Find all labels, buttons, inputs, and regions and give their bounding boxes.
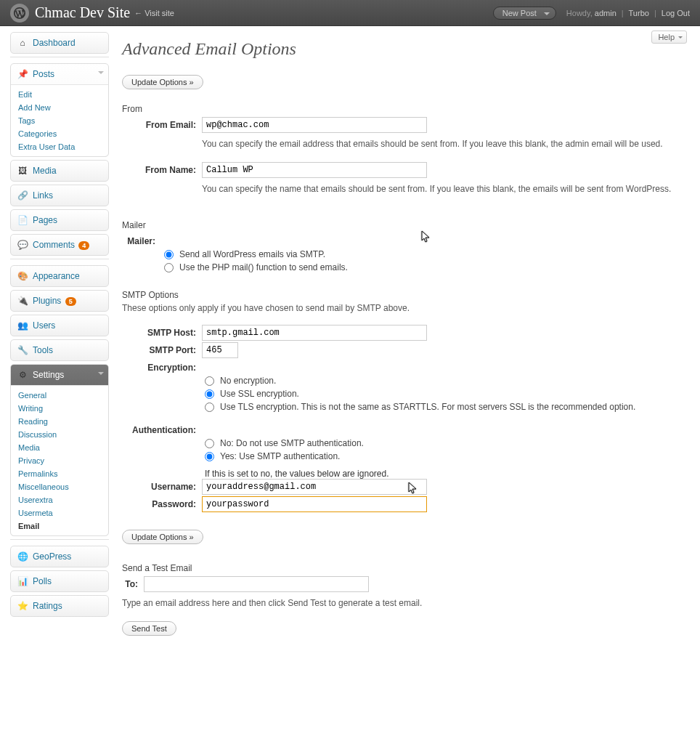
plugin-icon: 🔌: [17, 295, 28, 307]
menu-label: Posts: [33, 69, 54, 79]
test-to-input[interactable]: [144, 576, 369, 592]
authentication-label: Authentication:: [122, 422, 202, 435]
from-email-input[interactable]: [202, 117, 427, 133]
comment-icon: 💬: [17, 239, 28, 251]
test-help: Type an email address here and then clic…: [122, 597, 687, 610]
star-icon: ⭐: [17, 600, 28, 612]
new-post-button[interactable]: New Post: [493, 7, 556, 20]
encryption-ssl-option[interactable]: Use SSL encryption.: [205, 389, 687, 399]
auth-yes-option[interactable]: Yes: Use SMTP authentication.: [205, 451, 687, 461]
menu-polls[interactable]: 📊Polls: [10, 570, 109, 592]
visit-site-link[interactable]: ← Visit site: [134, 9, 174, 17]
menu-label: Appearance: [33, 271, 80, 281]
smtp-section-help: These options only apply if you have cho…: [122, 303, 687, 313]
mailer-smtp-radio[interactable]: [164, 250, 174, 259]
menu-comments[interactable]: 💬Comments 4: [10, 234, 109, 256]
auth-yes-radio[interactable]: [205, 452, 214, 461]
smtp-port-label: SMTP Port:: [122, 342, 202, 358]
plugins-count-badge: 5: [65, 297, 76, 306]
tools-icon: 🔧: [17, 344, 28, 356]
help-tab[interactable]: Help: [651, 31, 687, 44]
submenu-categories[interactable]: Categories: [11, 127, 108, 140]
mailer-php-option[interactable]: Use the PHP mail() function to send emai…: [164, 262, 687, 272]
submenu-media[interactable]: Media: [11, 441, 108, 454]
smtp-host-label: SMTP Host:: [122, 325, 202, 341]
menu-label: Ratings: [33, 601, 62, 611]
submenu-permalinks[interactable]: Permalinks: [11, 467, 108, 480]
menu-settings[interactable]: ⚙Settings General Writing Reading Discus…: [10, 364, 109, 536]
site-title[interactable]: Chmac Dev Site: [35, 4, 130, 21]
encryption-ssl-radio[interactable]: [205, 389, 214, 399]
globe-icon: 🌐: [17, 551, 28, 562]
page-title: Advanced Email Options: [122, 39, 687, 59]
update-options-button-top[interactable]: Update Options »: [122, 75, 203, 89]
menu-label: Users: [33, 320, 55, 331]
menu-label: GeoPress: [33, 551, 71, 562]
comments-count-badge: 4: [78, 241, 89, 250]
mailer-label: Mailer:: [122, 233, 161, 246]
menu-label: Settings: [33, 370, 64, 380]
admin-header: Chmac Dev Site ← Visit site New Post How…: [0, 0, 700, 26]
menu-appearance[interactable]: 🎨Appearance: [10, 265, 109, 287]
submenu-email[interactable]: Email: [11, 519, 108, 533]
username-input[interactable]: [202, 479, 427, 495]
smtp-host-input[interactable]: [202, 325, 427, 341]
appearance-icon: 🎨: [17, 270, 28, 282]
mailer-smtp-option[interactable]: Send all WordPress emails via SMTP.: [164, 249, 687, 259]
poll-icon: 📊: [17, 575, 28, 587]
submenu-tags[interactable]: Tags: [11, 114, 108, 127]
encryption-none-radio[interactable]: [205, 376, 214, 386]
from-name-input[interactable]: [202, 162, 427, 178]
menu-label: Pages: [33, 215, 57, 225]
mailer-section-title: Mailer: [122, 220, 687, 230]
menu-posts[interactable]: 📌Posts Edit Add New Tags Categories Extr…: [10, 63, 109, 157]
menu-geopress[interactable]: 🌐GeoPress: [10, 546, 109, 567]
submenu-usermeta[interactable]: Usermeta: [11, 506, 108, 519]
menu-users[interactable]: 👥Users: [10, 315, 109, 336]
wordpress-logo-icon[interactable]: [10, 4, 29, 23]
from-name-label: From Name:: [122, 162, 202, 206]
submenu-reading[interactable]: Reading: [11, 415, 108, 428]
encryption-tls-radio[interactable]: [205, 403, 214, 412]
from-name-help: You can specify the name that emails sho…: [202, 182, 687, 195]
smtp-port-input[interactable]: [202, 342, 238, 358]
encryption-none-option[interactable]: No encryption.: [205, 376, 687, 386]
password-input[interactable]: [202, 496, 427, 512]
submenu-add-new[interactable]: Add New: [11, 101, 108, 114]
submenu-general[interactable]: General: [11, 389, 108, 402]
update-options-button-bottom[interactable]: Update Options »: [122, 530, 203, 544]
submenu-miscellaneous[interactable]: Miscellaneous: [11, 480, 108, 493]
chevron-down-icon: [98, 71, 104, 77]
submenu-discussion[interactable]: Discussion: [11, 428, 108, 441]
auth-no-radio[interactable]: [205, 439, 214, 448]
menu-pages[interactable]: 📄Pages: [10, 209, 109, 231]
menu-plugins[interactable]: 🔌Plugins 5: [10, 290, 109, 312]
submenu-edit[interactable]: Edit: [11, 88, 108, 101]
submenu-extra-user-data[interactable]: Extra User Data: [11, 140, 108, 153]
settings-icon: ⚙: [17, 369, 28, 381]
auth-no-option[interactable]: No: Do not use SMTP authentication.: [205, 438, 687, 448]
user-link[interactable]: admin: [595, 9, 616, 17]
pin-icon: 📌: [17, 68, 28, 80]
menu-dashboard[interactable]: ⌂Dashboard: [10, 32, 109, 54]
encryption-tls-option[interactable]: Use TLS encryption. This is not the same…: [205, 402, 687, 412]
turbo-link[interactable]: Turbo: [629, 9, 649, 17]
logout-link[interactable]: Log Out: [662, 9, 690, 17]
menu-media[interactable]: 🖼Media: [10, 160, 109, 182]
mailer-php-radio[interactable]: [164, 263, 174, 272]
menu-label: Polls: [33, 576, 52, 586]
submenu-writing[interactable]: Writing: [11, 402, 108, 415]
submenu-privacy[interactable]: Privacy: [11, 454, 108, 467]
menu-label: Links: [33, 190, 53, 201]
menu-tools[interactable]: 🔧Tools: [10, 339, 109, 361]
from-section-title: From: [122, 104, 687, 114]
send-test-button[interactable]: Send Test: [122, 621, 176, 636]
submenu-userextra[interactable]: Userextra: [11, 493, 108, 506]
test-section-title: Send a Test Email: [122, 563, 687, 573]
menu-label: Dashboard: [33, 38, 76, 48]
auth-help: If this is set to no, the values below a…: [205, 469, 687, 479]
menu-label: Media: [33, 166, 57, 176]
menu-ratings[interactable]: ⭐Ratings: [10, 595, 109, 617]
link-icon: 🔗: [17, 190, 28, 201]
menu-links[interactable]: 🔗Links: [10, 185, 109, 206]
